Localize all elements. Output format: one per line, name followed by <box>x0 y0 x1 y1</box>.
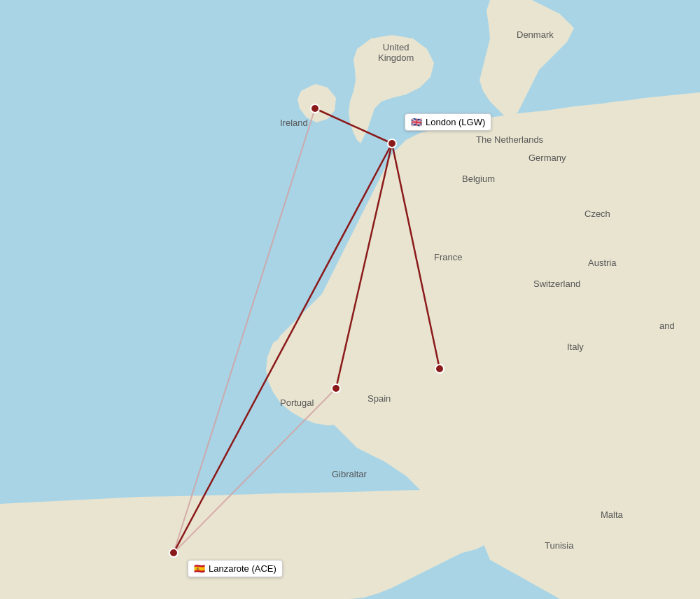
svg-point-2 <box>192 556 206 564</box>
svg-point-3 <box>148 556 160 563</box>
svg-point-4 <box>588 511 616 525</box>
map-svg <box>0 0 700 599</box>
svg-point-17 <box>332 384 340 393</box>
svg-point-5 <box>536 432 556 463</box>
svg-point-13 <box>388 139 396 148</box>
map-container: United Kingdom Ireland The Netherlands B… <box>0 0 700 599</box>
svg-point-16 <box>435 365 444 373</box>
svg-point-6 <box>525 400 539 425</box>
svg-point-15 <box>311 104 319 113</box>
svg-point-14 <box>169 549 178 557</box>
